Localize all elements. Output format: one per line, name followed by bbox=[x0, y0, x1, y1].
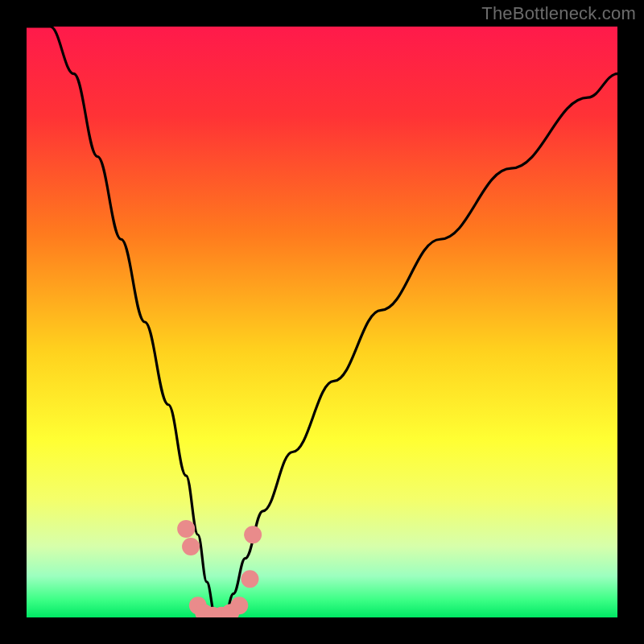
curve-marker bbox=[244, 526, 262, 543]
curve-marker bbox=[182, 538, 200, 555]
curve-marker bbox=[230, 597, 248, 614]
curve-marker bbox=[241, 570, 258, 588]
watermark-text: TheBottleneck.com bbox=[481, 3, 636, 24]
bottleneck-chart bbox=[0, 0, 644, 644]
curve-marker bbox=[177, 520, 195, 538]
plot-background bbox=[27, 27, 617, 617]
chart-frame: TheBottleneck.com bbox=[0, 0, 644, 644]
